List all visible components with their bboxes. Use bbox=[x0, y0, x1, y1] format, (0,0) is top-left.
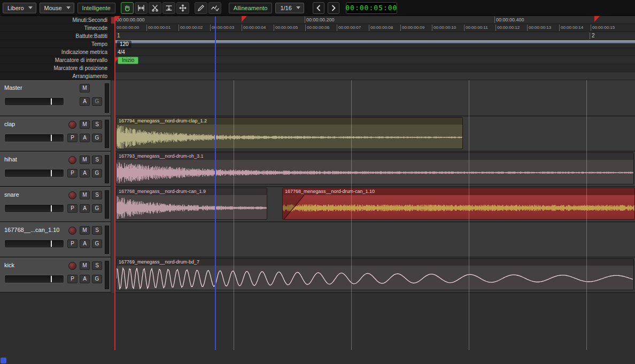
track-name[interactable]: 167768__...can_1.10 bbox=[4, 227, 59, 233]
gain-fader[interactable] bbox=[4, 239, 64, 248]
record-arm-button[interactable] bbox=[68, 262, 76, 270]
track-lane-clap[interactable]: 167794_menegass__nord-drum-clap_1.2 bbox=[115, 117, 635, 152]
group-button[interactable]: G bbox=[92, 134, 102, 142]
group-button[interactable]: G bbox=[92, 204, 102, 213]
meter-marker[interactable]: 4/4 bbox=[118, 49, 125, 56]
record-arm-button[interactable] bbox=[68, 156, 76, 164]
automation-button[interactable]: A bbox=[80, 134, 90, 142]
range-tool-button[interactable] bbox=[135, 2, 148, 14]
empty-canvas-area[interactable] bbox=[0, 293, 635, 364]
cut-tool-button[interactable] bbox=[149, 2, 161, 14]
track-header-167768[interactable]: 167768__...can_1.10 M S P A G bbox=[0, 222, 111, 258]
minsec-ruler[interactable]: 00:00:00.000 00:00:00.200 00:00:00.400 bbox=[115, 16, 635, 24]
ruler-marker-icon[interactable] bbox=[242, 16, 247, 22]
track-lane-snare[interactable]: 167768_menegass__nord-drum-can_1.9 16776… bbox=[115, 187, 635, 222]
playlist-button[interactable]: P bbox=[67, 204, 78, 213]
grid-unit-dropdown[interactable]: 1/16 bbox=[275, 3, 304, 13]
track-name[interactable]: Master bbox=[4, 84, 22, 91]
mute-button[interactable]: M bbox=[80, 191, 90, 199]
gain-fader[interactable] bbox=[4, 169, 64, 177]
gain-fader[interactable] bbox=[4, 134, 64, 142]
timecode-ruler[interactable]: 00:00:00:00 00:00:00:01 00:00:00:02 00:0… bbox=[115, 24, 635, 32]
prev-marker-button[interactable] bbox=[313, 2, 324, 14]
mute-button[interactable]: M bbox=[80, 261, 90, 270]
edit-tool-button[interactable] bbox=[208, 2, 221, 14]
mute-button[interactable]: M bbox=[80, 120, 90, 129]
scroll-corner-indicator[interactable] bbox=[1, 358, 6, 363]
track-header-hihat[interactable]: hihat M S P A G bbox=[0, 152, 111, 187]
audio-region-snare-2-selected[interactable]: 167768_menegass__nord-drum-can_1.10 bbox=[282, 188, 635, 220]
automation-button[interactable]: A bbox=[80, 204, 90, 213]
automation-button[interactable]: A bbox=[80, 97, 90, 106]
arrangement-ruler[interactable] bbox=[115, 72, 635, 80]
audio-region-snare-1[interactable]: 167768_menegass__nord-drum-can_1.9 bbox=[116, 188, 267, 220]
automation-button[interactable]: A bbox=[80, 239, 90, 248]
group-button[interactable]: G bbox=[92, 239, 102, 248]
solo-button[interactable]: S bbox=[92, 156, 102, 164]
track-name[interactable]: hihat bbox=[4, 156, 17, 162]
playlist-button[interactable]: P bbox=[67, 169, 78, 177]
group-button[interactable]: G bbox=[92, 169, 102, 177]
solo-button[interactable]: S bbox=[92, 191, 102, 199]
mouse-mode-dropdown[interactable]: Mouse bbox=[40, 3, 74, 13]
mute-button[interactable]: M bbox=[80, 156, 90, 164]
timecode-mark: 00:00:00:09 bbox=[400, 25, 424, 31]
group-button[interactable]: G bbox=[92, 97, 102, 106]
playlist-button[interactable]: P bbox=[67, 134, 78, 142]
location-marker-ruler[interactable] bbox=[115, 64, 635, 72]
draw-tool-button[interactable] bbox=[195, 2, 207, 14]
audio-region-hihat[interactable]: 167793_menegass__nord-drum-oh_3.1 bbox=[116, 152, 634, 184]
snap-button[interactable]: Allineamento bbox=[229, 3, 273, 13]
fade-in-curve[interactable] bbox=[283, 195, 305, 220]
meter-ruler[interactable]: 4/4 bbox=[115, 48, 635, 56]
gain-fader[interactable] bbox=[4, 204, 64, 213]
group-button[interactable]: G bbox=[92, 275, 102, 283]
automation-button[interactable]: A bbox=[80, 169, 90, 177]
track-header-master[interactable]: Master M A G bbox=[0, 80, 111, 117]
chevron-down-icon bbox=[28, 6, 33, 9]
track-lane-hihat[interactable]: 167793_menegass__nord-drum-oh_3.1 bbox=[115, 152, 635, 187]
record-arm-button[interactable] bbox=[68, 121, 76, 129]
range-marker-inizio[interactable]: Inizio bbox=[118, 57, 138, 64]
move-tool-button[interactable] bbox=[176, 2, 189, 14]
range-marker-ruler[interactable]: Inizio bbox=[115, 56, 635, 64]
audio-region-kick[interactable]: 167769_menegass__nord-drum-bd_7 bbox=[116, 258, 634, 290]
tempo-ruler[interactable]: 120 bbox=[115, 40, 635, 48]
grid-mode-dropdown[interactable]: Libero bbox=[3, 3, 36, 13]
record-arm-button[interactable] bbox=[68, 227, 76, 235]
record-arm-button[interactable] bbox=[68, 191, 76, 199]
waveform bbox=[117, 125, 462, 149]
gain-fader[interactable] bbox=[4, 97, 64, 106]
countdown-clock[interactable]: 00:00:05:00 bbox=[346, 2, 397, 14]
track-name[interactable]: snare bbox=[4, 191, 19, 198]
next-marker-button[interactable] bbox=[328, 2, 339, 14]
tempo-marker[interactable]: 120 bbox=[117, 41, 131, 48]
track-name[interactable]: clap bbox=[4, 121, 15, 127]
track-name[interactable]: kick bbox=[4, 262, 14, 268]
mute-button[interactable]: M bbox=[80, 226, 90, 235]
grab-tool-button[interactable] bbox=[121, 2, 134, 14]
solo-button[interactable]: S bbox=[92, 226, 102, 235]
session-start-marker-icon[interactable] bbox=[115, 16, 120, 22]
solo-button[interactable]: S bbox=[92, 261, 102, 270]
smart-mode-button[interactable]: Intelligente bbox=[78, 3, 115, 13]
track-lane-kick[interactable]: 167769_menegass__nord-drum-bd_7 bbox=[115, 258, 635, 293]
playlist-button[interactable]: P bbox=[67, 239, 78, 248]
stretch-tool-button[interactable] bbox=[162, 2, 175, 14]
playlist-button[interactable]: P bbox=[67, 275, 78, 283]
track-lane-master[interactable] bbox=[115, 80, 635, 117]
track-header-kick[interactable]: kick M S P A G bbox=[0, 258, 111, 293]
bars-ruler[interactable]: 1 2 bbox=[115, 32, 635, 40]
track-header-snare[interactable]: snare M S P A G bbox=[0, 187, 111, 222]
gain-fader[interactable] bbox=[4, 275, 64, 283]
track-header-clap[interactable]: clap M S P A G bbox=[0, 117, 111, 152]
automation-button[interactable]: A bbox=[80, 275, 90, 283]
session-end-marker-icon[interactable] bbox=[594, 16, 600, 22]
audio-region-clap[interactable]: 167794_menegass__nord-drum-clap_1.2 bbox=[116, 117, 463, 149]
ruler-label-tempo: Tempo bbox=[0, 40, 111, 48]
solo-button[interactable]: S bbox=[92, 120, 102, 129]
hand-icon bbox=[123, 4, 131, 12]
ruler-lanes: 00:00:00.000 00:00:00.200 00:00:00.400 0… bbox=[115, 16, 635, 80]
mute-button[interactable]: M bbox=[80, 84, 90, 92]
track-lane-167768[interactable] bbox=[115, 222, 635, 258]
